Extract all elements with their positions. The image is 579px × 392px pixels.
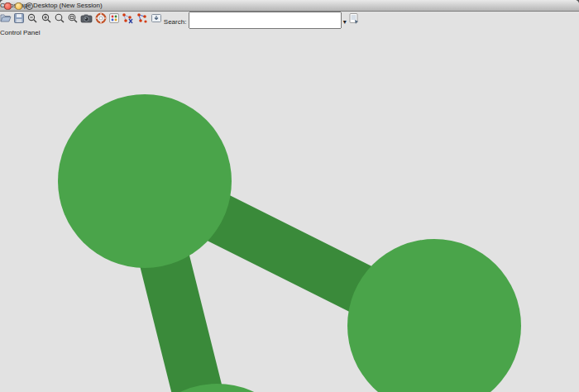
- control-panel: Control Panel Network Mosaic ▶ Node colo…: [0, 29, 579, 392]
- search-box[interactable]: ▾: [189, 18, 348, 26]
- search-label: Search:: [164, 18, 187, 26]
- frame-zoom-button[interactable]: [26, 2, 33, 10]
- zoom-fit-button[interactable]: [67, 18, 79, 26]
- filter-form-button[interactable]: [348, 18, 360, 26]
- search-input[interactable]: [189, 12, 342, 29]
- zoom-out-button[interactable]: [26, 18, 38, 26]
- window-titlebar[interactable]: Cytoscape Desktop (New Session): [0, 0, 579, 12]
- main-toolbar: Search: ▾: [0, 12, 579, 29]
- select-nodes-plugin-button[interactable]: [122, 18, 134, 26]
- frame-minimize-button[interactable]: [15, 2, 22, 10]
- control-panel-title: Control Panel: [0, 29, 40, 36]
- select-edges-plugin-button[interactable]: [136, 18, 148, 26]
- app-window: Cytoscape Desktop (New Session) Search: …: [0, 0, 579, 392]
- network-tab-icon: [0, 36, 579, 392]
- zoom-in-button[interactable]: [41, 18, 52, 26]
- zoom-selected-region-button[interactable]: [54, 18, 65, 26]
- search-dropdown-arrow-icon[interactable]: ▾: [343, 18, 347, 26]
- vizmapper-button[interactable]: [108, 18, 120, 26]
- frame-close-button[interactable]: [4, 2, 12, 10]
- save-button[interactable]: [13, 18, 25, 26]
- help-lifering-button[interactable]: [95, 18, 107, 26]
- import-network-button[interactable]: [151, 18, 162, 26]
- snapshot-camera-button[interactable]: [80, 18, 93, 26]
- open-file-button[interactable]: [0, 18, 12, 26]
